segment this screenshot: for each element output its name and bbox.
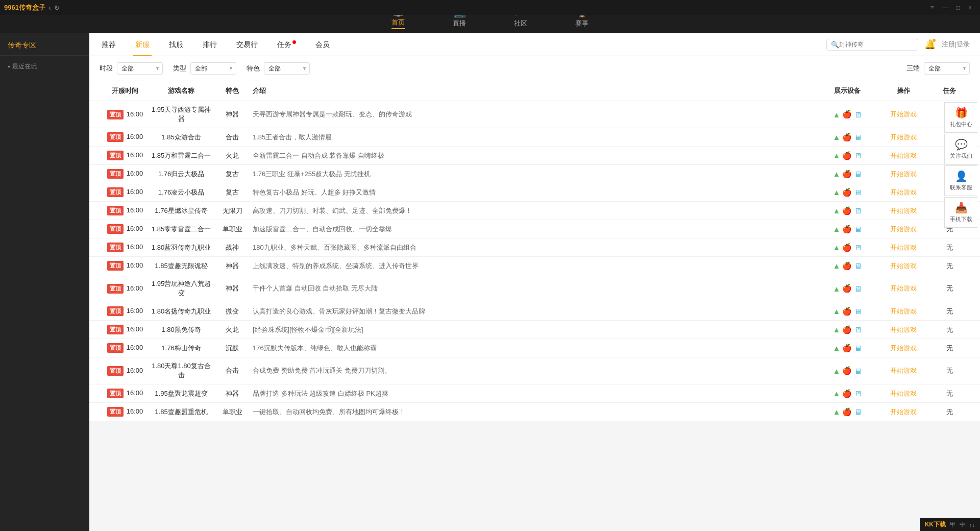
android-icon: ▲ [833,110,841,119]
row-time: 置顶16:00 [100,407,151,417]
table-row: 置顶16:00 1.76星燃冰皇传奇 无限刀 高攻速、刀刀切割、时装、幻武、足迹… [89,202,980,220]
task-badge [292,40,296,44]
login-register-button[interactable]: 注册|登录 [942,40,970,49]
android-icon: ▲ [833,407,841,416]
row-action[interactable]: 开始游戏 [878,325,929,334]
search-icon: 🔍 [831,41,839,49]
subnav-recommend[interactable]: 推荐 [100,33,118,56]
row-name: 1.85众游合击 [151,133,212,142]
apple-icon: 🍎 [842,170,852,179]
row-feature: 沉默 [212,344,253,353]
subnav-findserver[interactable]: 找服 [167,33,185,56]
row-desc: 高攻速、刀刀切割、时装、幻武、足迹、全部免费爆！ [253,206,817,215]
row-action[interactable]: 开始游戏 [878,133,929,142]
right-panel: 🎁 礼包中心 💬 关注我们 👤 联系客服 📥 手机下载 [944,102,980,228]
filter-time-select[interactable]: 全部 [117,62,163,75]
filter-type-select[interactable]: 全部 [190,62,236,75]
subnav-task[interactable]: 任务 [275,33,298,56]
row-action[interactable]: 开始游戏 [878,284,929,293]
notification-bell[interactable]: 🔔 [924,39,936,50]
search-box[interactable]: 🔍 [826,39,918,51]
col-name: 游戏名称 [151,86,212,95]
row-devices: ▲ 🍎 🖥 [817,261,878,271]
table-row: 置顶16:00 1.76凌云小极品 复古 特色复古小极品 好玩、人超多 好挣又激… [89,183,980,202]
refresh-button[interactable]: ↻ [54,4,60,12]
panel-download[interactable]: 📥 手机下载 [944,197,977,228]
panel-support[interactable]: 👤 联系客服 [944,165,977,196]
sub-nav-right: 🔍 🔔 注册|登录 [826,39,970,51]
android-icon: ▲ [833,225,841,233]
row-action[interactable]: 开始游戏 [878,389,929,398]
row-task: 无 [929,325,970,334]
row-desc: 特色复古小极品 好玩、人超多 好挣又激情 [253,188,817,197]
filter-feature-select[interactable]: 全部 [264,62,310,75]
row-time: 置顶16:00 [100,110,151,119]
row-time: 置顶16:00 [100,284,151,294]
kk-logo: KK下载 [925,520,946,529]
android-icon: ▲ [833,284,841,293]
filter-type-select-wrap: 全部 [190,62,236,75]
row-name: 1.80黑兔传奇 [151,325,212,334]
minimize-button[interactable]: — [938,0,952,15]
row-action[interactable]: 开始游戏 [878,366,929,375]
subnav-vip[interactable]: 会员 [313,33,332,56]
pc-icon: 🖥 [854,206,862,215]
row-action[interactable]: 开始游戏 [878,206,929,215]
row-action[interactable]: 开始游戏 [878,261,929,271]
row-action[interactable]: 开始游戏 [878,151,929,160]
apple-icon: 🍎 [842,389,852,398]
row-action[interactable]: 开始游戏 [878,110,929,119]
android-icon: ▲ [833,367,841,375]
subnav-ranking[interactable]: 排行 [201,33,219,56]
top-badge: 置顶 [107,169,124,179]
back-button[interactable]: ‹ [48,4,51,12]
row-time: 置顶16:00 [100,243,151,252]
row-name: 1.85万和雷霆二合一 [151,151,212,160]
search-input[interactable] [839,41,911,48]
row-name: 1.76星燃冰皇传奇 [151,206,212,215]
android-icon: ▲ [833,261,841,270]
table-body: 置顶16:00 1.95天寻西游专属神器 神器 天寻西游专属神器专属是一款耐玩、… [89,101,980,421]
row-feature: 战神 [212,243,253,252]
row-feature: 单职业 [212,407,253,417]
row-devices: ▲ 🍎 🖥 [817,389,878,398]
row-feature: 微变 [212,307,253,316]
row-desc: 180九职业、多种天赋、百张隐藏图、多种流派自由组合 [253,243,817,252]
panel-gift[interactable]: 🎁 礼包中心 [944,102,977,133]
network-status: ↑↓ [969,522,975,528]
top-badge: 置顶 [107,110,124,119]
row-devices: ▲ 🍎 🖥 [817,243,878,252]
row-feature: 神器 [212,284,253,293]
collapse-arrow-icon: ▾ [8,64,10,69]
pc-icon: 🖥 [854,407,862,416]
restore-button[interactable]: □ [952,0,964,15]
row-action[interactable]: 开始游戏 [878,243,929,252]
filter-platform-select-wrap: 全部 [924,62,970,75]
row-feature: 神器 [212,261,253,271]
filter-platform: 三端 全部 [906,62,970,75]
row-name: 1.80蓝羽传奇九职业 [151,243,212,252]
apple-icon: 🍎 [842,110,852,119]
row-time: 置顶16:00 [100,132,151,142]
filter-platform-select[interactable]: 全部 [924,62,970,75]
subnav-trade[interactable]: 交易行 [234,33,260,56]
close-button[interactable]: × [964,0,976,15]
row-action[interactable]: 开始游戏 [878,307,929,316]
row-name: 1.95营玩神途八荒超变 [151,279,212,298]
pc-icon: 🖥 [854,367,862,375]
menu-icon[interactable]: ≡ [926,0,938,15]
row-action[interactable]: 开始游戏 [878,344,929,353]
filter-time-select-wrap: 全部 [117,62,163,75]
table-row: 置顶16:00 1.80蓝羽传奇九职业 战神 180九职业、多种天赋、百张隐藏图… [89,238,980,257]
lang-status: 中 [960,521,965,528]
sub-nav: 推荐 新服 找服 排行 交易行 任务 会员 🔍 🔔 注册|登录 [89,33,980,56]
row-action[interactable]: 开始游戏 [878,225,929,234]
row-action[interactable]: 开始游戏 [878,170,929,179]
subnav-newserver[interactable]: 新服 [133,33,152,56]
row-desc: 176沉默失传版本、纯绿色、敢人也能称霸 [253,344,817,353]
panel-wechat[interactable]: 💬 关注我们 [944,134,977,164]
row-time: 置顶16:00 [100,187,151,197]
android-icon: ▲ [833,344,841,352]
row-action[interactable]: 开始游戏 [878,188,929,197]
row-action[interactable]: 开始游戏 [878,407,929,417]
